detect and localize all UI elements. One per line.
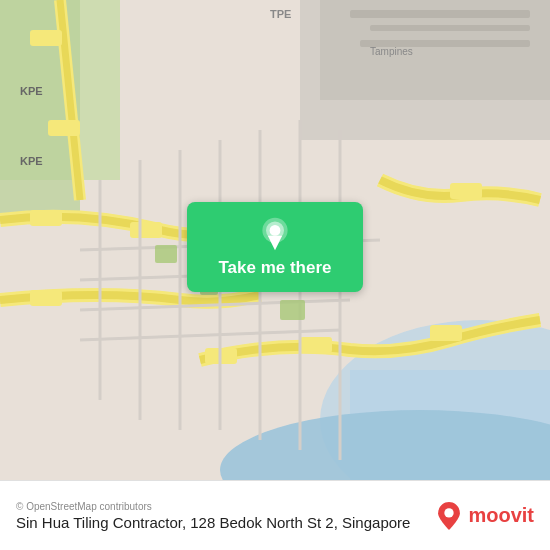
moovit-brand-text: moovit — [468, 504, 534, 527]
location-pin-icon — [257, 216, 293, 252]
svg-rect-19 — [48, 120, 80, 136]
svg-rect-9 — [370, 25, 530, 31]
svg-text:Tampines: Tampines — [370, 46, 413, 57]
svg-rect-11 — [30, 210, 62, 226]
svg-text:TPE: TPE — [270, 8, 291, 20]
location-name: Sin Hua Tiling Contractor, 128 Bedok Nor… — [16, 514, 338, 531]
bottom-info-bar: © OpenStreetMap contributors Sin Hua Til… — [0, 480, 550, 550]
location-country: Singapore — [342, 514, 410, 531]
svg-rect-12 — [130, 222, 162, 238]
svg-rect-13 — [30, 290, 62, 306]
take-me-there-button[interactable]: Take me there — [187, 202, 363, 292]
svg-rect-18 — [30, 30, 62, 46]
map-view: Tampines KPE KPE TPE Take me there — [0, 0, 550, 480]
svg-rect-17 — [450, 183, 482, 199]
svg-text:KPE: KPE — [20, 155, 43, 167]
svg-marker-43 — [268, 235, 282, 249]
moovit-pin-icon — [435, 502, 463, 530]
copyright-text: © OpenStreetMap contributors — [16, 501, 410, 512]
svg-rect-31 — [155, 245, 177, 263]
location-info: © OpenStreetMap contributors Sin Hua Til… — [16, 501, 410, 531]
svg-point-42 — [270, 225, 281, 236]
svg-point-44 — [445, 508, 454, 517]
svg-rect-34 — [280, 300, 305, 320]
svg-rect-15 — [300, 337, 332, 353]
svg-rect-16 — [430, 325, 462, 341]
svg-text:KPE: KPE — [20, 85, 43, 97]
location-text: Sin Hua Tiling Contractor, 128 Bedok Nor… — [16, 514, 410, 531]
take-me-there-label: Take me there — [218, 258, 331, 278]
svg-rect-8 — [350, 10, 530, 18]
moovit-logo: moovit — [435, 502, 534, 530]
